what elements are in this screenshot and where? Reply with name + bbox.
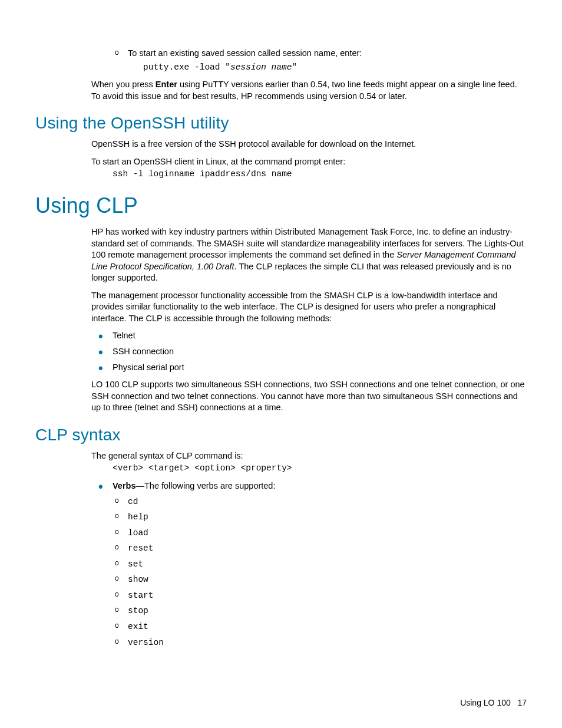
intro-bullet: To start an existing saved session calle… [113,48,527,73]
syntax-code: <verb> <target> <option> <property> [113,463,527,475]
method-telnet: Telnet [91,330,527,342]
footer-section: Using LO 100 [460,698,511,707]
heading-clp-syntax: CLP syntax [35,426,527,444]
clp-para2: The management processor functionality a… [91,290,527,325]
openssh-para2: To start an OpenSSH client in Linux, at … [91,156,527,168]
openssh-para1: OpenSSH is a free version of the SSH pro… [91,139,527,150]
heading-openssh: Using the OpenSSH utility [35,114,527,133]
verb-show: show [113,574,527,586]
clp-methods-list: Telnet SSH connection Physical serial po… [91,330,527,373]
verbs-intro: Verbs—The following verbs are supported:… [91,480,527,648]
verb-reset: reset [113,542,527,555]
intro-sublist: To start an existing saved session calle… [113,48,527,73]
verb-load: load [113,527,527,539]
verbs-section: Verbs—The following verbs are supported:… [91,480,527,648]
page-footer: Using LO 100 17 [460,698,527,707]
footer-page-number: 17 [517,698,527,707]
method-serial: Physical serial port [91,362,527,374]
verb-exit: exit [113,621,527,633]
verb-help: help [113,511,527,523]
heading-using-clp: Using CLP [35,193,527,218]
syntax-para1: The general syntax of CLP command is: [91,450,527,462]
verb-version: version [113,637,527,649]
method-ssh: SSH connection [91,346,527,358]
clp-para3: LO 100 CLP supports two simultaneous SSH… [91,379,527,414]
verb-cd: cd [113,496,527,508]
intro-bullet-text: To start an existing saved session calle… [128,48,362,58]
verb-stop: stop [113,605,527,617]
verb-set: set [113,558,527,571]
intro-code: putty.exe -load "session name" [143,61,527,74]
enter-paragraph: When you press Enter using PuTTY version… [91,79,527,102]
openssh-code: ssh -l loginname ipaddress/dns name [113,169,527,180]
verbs-list: cd help load reset set show start stop e… [113,496,527,649]
clp-para1: HP has worked with key industry partners… [91,226,527,284]
verb-start: start [113,589,527,602]
